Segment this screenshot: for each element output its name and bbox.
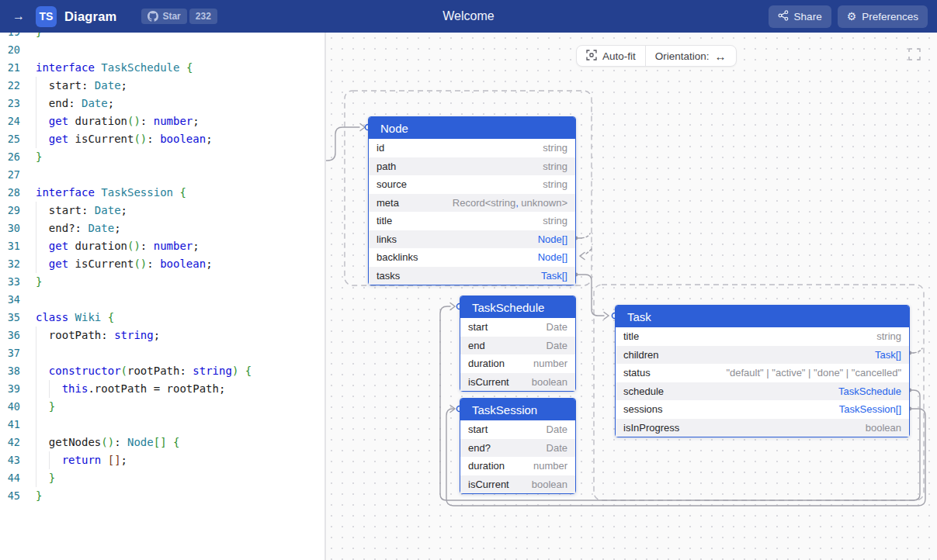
autofit-button[interactable]: Auto-fit bbox=[577, 46, 645, 66]
edge-backlinks-stub-dashed bbox=[585, 249, 592, 255]
entity-field-end: end?Date bbox=[460, 439, 575, 458]
line-number: 44 bbox=[0, 469, 36, 487]
line-number: 41 bbox=[0, 416, 36, 434]
code-editor[interactable]: 19}2021interface TaskSchedule {22start: … bbox=[0, 33, 326, 560]
entity-field-start: startDate bbox=[460, 318, 575, 337]
code-line: 23end: Date; bbox=[0, 95, 324, 112]
line-number: 42 bbox=[0, 434, 36, 451]
line-number: 43 bbox=[0, 451, 36, 469]
line-number: 22 bbox=[0, 77, 36, 95]
share-button[interactable]: Share bbox=[769, 5, 831, 28]
line-number: 20 bbox=[0, 41, 36, 59]
orientation-button[interactable]: Orientation: ↔ bbox=[646, 46, 736, 66]
arrowhead bbox=[360, 124, 365, 131]
entity-title: Task bbox=[616, 306, 909, 327]
code-line: 27 bbox=[0, 166, 324, 184]
entity-field-start: startDate bbox=[460, 420, 575, 439]
entity-field-id: idstring bbox=[369, 139, 575, 157]
entity-task-schedule[interactable]: TaskSchedulestartDateendDatedurationnumb… bbox=[460, 296, 576, 392]
code-line: 25get isCurrent(): boolean; bbox=[0, 130, 324, 148]
entity-field-path: pathstring bbox=[369, 157, 575, 176]
github-icon bbox=[147, 11, 158, 22]
edge-tasks-to-task bbox=[576, 275, 604, 316]
collapse-sidebar-button[interactable]: → bbox=[9, 8, 28, 25]
line-number: 29 bbox=[0, 202, 36, 220]
entity-field-isInProgress: isInProgressboolean bbox=[616, 419, 909, 437]
code-line: 36rootPath: string; bbox=[0, 327, 324, 344]
arrowhead bbox=[604, 313, 609, 320]
code-line: 45} bbox=[0, 487, 324, 505]
entity-field-meta: metaRecord<string, unknown> bbox=[369, 194, 575, 213]
code-line: 24get duration(): number; bbox=[0, 112, 324, 130]
star-count: 232 bbox=[189, 9, 217, 24]
code-line: 44} bbox=[0, 469, 324, 487]
arrowhead bbox=[580, 253, 585, 260]
entity-field-schedule: scheduleTaskSchedule bbox=[616, 382, 909, 401]
code-line: 42getNodes(): Node[] { bbox=[0, 434, 324, 451]
diagram-canvas[interactable]: NodeidstringpathstringsourcestringmetaRe… bbox=[326, 33, 937, 560]
code-line: 33} bbox=[0, 273, 324, 291]
entity-field-isCurrent: isCurrentboolean bbox=[460, 475, 575, 494]
code-line: 43return []; bbox=[0, 451, 324, 469]
code-line: 26} bbox=[0, 148, 324, 166]
gear-icon: ⚙ bbox=[847, 11, 857, 22]
line-number: 33 bbox=[0, 273, 36, 291]
fullscreen-button[interactable] bbox=[907, 47, 922, 64]
code-line: 21interface TaskSchedule { bbox=[0, 59, 324, 77]
line-number: 45 bbox=[0, 487, 36, 505]
autofit-icon bbox=[586, 50, 597, 63]
code-line: 30end?: Date; bbox=[0, 220, 324, 237]
line-number: 24 bbox=[0, 112, 36, 130]
entity-field-backlinks: backlinksNode[] bbox=[369, 248, 575, 267]
entity-field-title: titlestring bbox=[616, 327, 909, 346]
entity-field-source: sourcestring bbox=[369, 175, 575, 194]
edge-links-stub-dashed bbox=[581, 233, 590, 238]
line-number: 39 bbox=[0, 380, 36, 398]
line-number: 28 bbox=[0, 184, 36, 202]
line-number: 25 bbox=[0, 130, 36, 148]
code-lines: 19}2021interface TaskSchedule {22start: … bbox=[0, 33, 324, 505]
line-number: 31 bbox=[0, 237, 36, 255]
code-line: 41 bbox=[0, 416, 324, 434]
entity-task[interactable]: TasktitlestringchildrenTask[]status"defa… bbox=[615, 305, 910, 437]
entity-field-duration: durationnumber bbox=[460, 457, 575, 475]
entity-field-tasks: tasksTask[] bbox=[369, 267, 575, 285]
code-line: 20 bbox=[0, 41, 324, 59]
code-line: 37 bbox=[0, 344, 324, 362]
github-star-widget[interactable]: Star 232 bbox=[141, 9, 217, 24]
app-header: → TS Diagram Star 232 Welcome Share ⚙ Pr… bbox=[0, 0, 937, 33]
code-line: 31get duration(): number; bbox=[0, 237, 324, 255]
canvas-toolbar: Auto-fit Orientation: ↔ bbox=[576, 45, 737, 67]
code-line: 32get isCurrent(): boolean; bbox=[0, 255, 324, 273]
diagram-edges bbox=[326, 33, 937, 560]
entity-field-title: titlestring bbox=[369, 212, 575, 230]
share-icon bbox=[778, 10, 789, 23]
line-number: 21 bbox=[0, 59, 36, 77]
edge-children-stub-dashed bbox=[914, 348, 922, 353]
line-number: 40 bbox=[0, 398, 36, 416]
line-number: 34 bbox=[0, 291, 36, 309]
app-logo: TS bbox=[36, 6, 57, 27]
line-number: 27 bbox=[0, 166, 36, 184]
arrowhead bbox=[450, 303, 455, 310]
line-number: 23 bbox=[0, 95, 36, 112]
preferences-button[interactable]: ⚙ Preferences bbox=[838, 5, 928, 28]
code-line: 35class Wiki { bbox=[0, 309, 324, 327]
edge-node-self-loop bbox=[326, 127, 359, 161]
entity-task-session[interactable]: TaskSessionstartDateend?Datedurationnumb… bbox=[460, 398, 576, 494]
code-line: 40} bbox=[0, 398, 324, 416]
entity-title: TaskSession bbox=[460, 399, 575, 420]
entity-title: TaskSchedule bbox=[460, 296, 575, 318]
entity-field-links: linksNode[] bbox=[369, 230, 575, 249]
entity-field-isCurrent: isCurrentboolean bbox=[460, 373, 575, 392]
fullscreen-icon bbox=[908, 51, 921, 63]
entity-field-duration: durationnumber bbox=[460, 354, 575, 373]
line-number: 30 bbox=[0, 220, 36, 237]
arrowhead bbox=[450, 406, 455, 413]
line-number: 37 bbox=[0, 344, 36, 362]
entity-node[interactable]: NodeidstringpathstringsourcestringmetaRe… bbox=[368, 116, 576, 285]
star-label: Star bbox=[162, 11, 180, 22]
orientation-arrow-icon: ↔ bbox=[715, 50, 727, 63]
line-number: 19 bbox=[0, 33, 36, 41]
entity-field-children: childrenTask[] bbox=[616, 346, 909, 365]
